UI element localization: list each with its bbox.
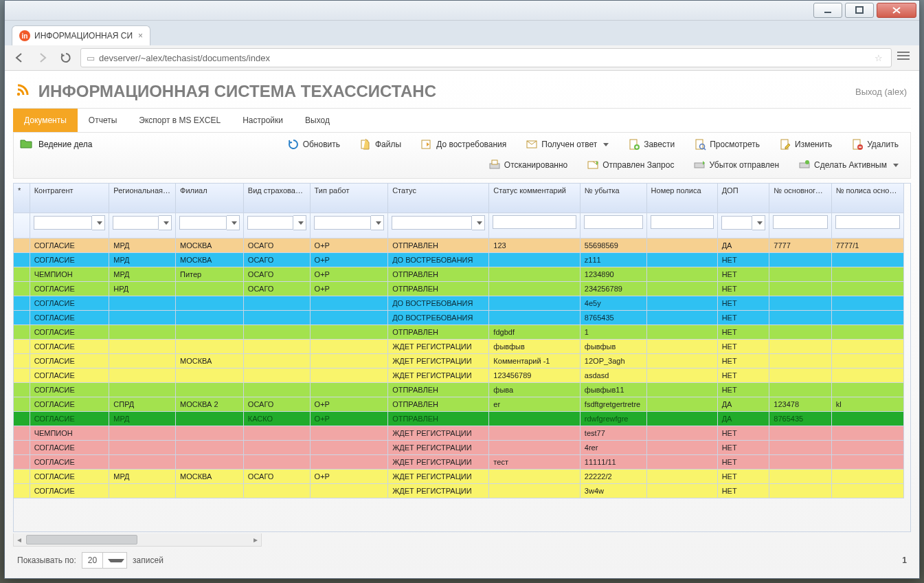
browser-tab[interactable]: in ИНФОРМАЦИОННАЯ СИ × xyxy=(12,25,150,45)
menu-item-1[interactable]: Отчеты xyxy=(78,109,128,132)
table-row[interactable]: ЧЕМПИОНЖДЕТ РЕГИСТРАЦИИtest77НЕТ xyxy=(14,426,904,441)
col-header-regdir[interactable]: Региональная дирекция xyxy=(109,184,176,213)
filter-input-kontragent[interactable] xyxy=(34,216,93,230)
cell-filial: МОСКВА xyxy=(176,470,244,484)
cell-filial xyxy=(176,383,244,397)
filter-dropdown-dop[interactable] xyxy=(752,215,765,230)
toolbtn-files[interactable]: Файлы xyxy=(353,135,407,153)
col-header-comment[interactable]: Статус комментарий xyxy=(489,184,580,213)
cell-polis xyxy=(646,441,717,455)
table-row[interactable]: СОГЛАСИЕЖДЕТ РЕГИСТРАЦИИ4rerНЕТ xyxy=(14,441,904,455)
col-header-filial[interactable]: Филиал xyxy=(176,184,244,213)
filter-dropdown-filial[interactable] xyxy=(227,215,240,230)
table-row[interactable]: СОГЛАСИЕМРДКАСКОО+РОТПРАВЛЕНrdwfgrewfgre… xyxy=(14,412,904,426)
window-minimize-button[interactable] xyxy=(813,3,842,18)
toolbtn-edit[interactable]: Изменить xyxy=(773,135,838,153)
menu-item-3[interactable]: Настройки xyxy=(232,109,294,132)
table-row[interactable]: СОГЛАСИЕЖДЕТ РЕГИСТРАЦИИфывфывфывфывНЕТ xyxy=(14,340,904,354)
per-page-select[interactable]: 20 xyxy=(82,552,127,569)
cell-filial xyxy=(176,441,244,455)
bookmark-star-icon[interactable]: ☆ xyxy=(875,53,883,63)
col-header-npolmain[interactable]: № полиса основного убытка xyxy=(831,184,903,213)
data-grid[interactable]: *КонтрагентРегиональная дирекцияФилиалВи… xyxy=(13,183,911,532)
filter-input-nmain[interactable] xyxy=(773,215,827,229)
scanned-icon xyxy=(488,159,501,171)
window-maximize-button[interactable] xyxy=(845,3,874,18)
col-header-polis[interactable]: Номер полиса xyxy=(646,184,717,213)
horizontal-scrollbar[interactable]: ◂ ▸ xyxy=(13,534,262,547)
cell-npolmain xyxy=(831,267,903,282)
svg-rect-18 xyxy=(588,162,598,168)
menu-item-2[interactable]: Экспорт в MS EXCEL xyxy=(128,109,232,132)
logout-link[interactable]: Выход (alex) xyxy=(855,87,907,97)
toolbtn-demand[interactable]: До востребования xyxy=(414,135,512,153)
filter-input-regdir[interactable] xyxy=(113,216,159,230)
demand-icon xyxy=(420,138,433,151)
col-header-vid[interactable]: Вид страхования xyxy=(243,184,310,213)
tab-close-icon[interactable]: × xyxy=(138,31,143,41)
table-row[interactable]: СОГЛАСИЕМРДМОСКВАОСАГОО+РОТПРАВЛЕН123556… xyxy=(14,239,904,253)
window-close-button[interactable] xyxy=(877,3,916,18)
col-header-dop[interactable]: ДОП xyxy=(717,184,769,213)
filter-input-nub[interactable] xyxy=(584,215,643,229)
toolbtn-activate[interactable]: Сделать Активным xyxy=(792,156,905,174)
filter-dropdown-regdir[interactable] xyxy=(159,215,172,230)
toolbtn-losssent[interactable]: Убыток отправлен xyxy=(687,156,785,174)
cell-status: ДО ВОСТРЕБОВАНИЯ xyxy=(388,311,489,325)
filter-dropdown-kontragent[interactable] xyxy=(92,215,105,230)
menu-item-4[interactable]: Выход xyxy=(294,109,341,132)
filter-input-dop[interactable] xyxy=(721,216,753,230)
cell-polis xyxy=(646,311,717,325)
toolbtn-delete[interactable]: Удалить xyxy=(845,135,905,153)
cell-nmain xyxy=(769,340,831,354)
cell-npolmain xyxy=(831,455,903,470)
cell-npolmain xyxy=(831,340,903,354)
nav-forward-button[interactable] xyxy=(34,49,52,67)
table-row[interactable]: СОГЛАСИЕОТПРАВЛЕНfdgbdf1НЕТ xyxy=(14,325,904,340)
table-row[interactable]: СОГЛАСИЕДО ВОСТРЕБОВАНИЯ8765435НЕТ xyxy=(14,311,904,325)
toolbtn-create[interactable]: Завести xyxy=(622,135,681,153)
cell-kontragent: СОГЛАСИЕ xyxy=(30,470,109,484)
nav-back-button[interactable] xyxy=(10,49,28,67)
col-header-status[interactable]: Статус xyxy=(388,184,489,213)
table-row[interactable]: СОГЛАСИЕЖДЕТ РЕГИСТРАЦИИ3w4wНЕТ xyxy=(14,484,904,498)
table-row[interactable]: СОГЛАСИЕМРДМОСКВАОСАГОО+РДО ВОСТРЕБОВАНИ… xyxy=(14,253,904,267)
address-bar[interactable]: ▭ devserver/~alex/techasist/documents/in… xyxy=(80,48,892,67)
create-icon xyxy=(628,138,640,151)
filter-dropdown-vid[interactable] xyxy=(293,215,306,230)
filter-input-status[interactable] xyxy=(392,216,472,230)
col-header-kontragent[interactable]: Контрагент xyxy=(30,184,109,213)
cell-sel xyxy=(14,253,30,267)
cell-nub: 3w4w xyxy=(580,484,646,498)
toolbtn-view[interactable]: Просмотреть xyxy=(688,135,766,153)
col-header-tipr[interactable]: Тип работ xyxy=(310,184,388,213)
filter-input-tipr[interactable] xyxy=(314,216,372,230)
toolbtn-refresh[interactable]: Обновить xyxy=(281,135,346,153)
table-row[interactable]: СОГЛАСИЕЖДЕТ РЕГИСТРАЦИИ123456789asdasdН… xyxy=(14,368,904,383)
table-row[interactable]: СОГЛАСИЕОТПРАВЛЕНфывафывфыв11НЕТ xyxy=(14,383,904,397)
nav-reload-button[interactable] xyxy=(57,49,75,67)
browser-menu-button[interactable] xyxy=(897,51,914,65)
table-row[interactable]: СОГЛАСИЕДО ВОСТРЕБОВАНИЯ4e5yНЕТ xyxy=(14,296,904,311)
toolbtn-reqsent[interactable]: Отправлен Запрос xyxy=(581,156,680,174)
table-row[interactable]: СОГЛАСИЕМРДМОСКВАОСАГОО+РЖДЕТ РЕГИСТРАЦИ… xyxy=(14,470,904,484)
table-row[interactable]: СОГЛАСИЕЖДЕТ РЕГИСТРАЦИИтест11111/11НЕТ xyxy=(14,455,904,470)
filter-input-vid[interactable] xyxy=(247,216,293,230)
col-header-nub[interactable]: № убытка xyxy=(580,184,646,213)
table-row[interactable]: СОГЛАСИЕСПРДМОСКВА 2ОСАГОО+РОТПРАВЛЕНerf… xyxy=(14,397,904,412)
toolbtn-answered[interactable]: Получен ответ xyxy=(519,135,615,153)
filter-input-comment[interactable] xyxy=(493,215,576,229)
col-header-sel[interactable]: * xyxy=(14,184,30,213)
table-row[interactable]: ЧЕМПИОНМРДПитерОСАГОО+РОТПРАВЛЕН1234890Н… xyxy=(14,267,904,282)
table-row[interactable]: СОГЛАСИЕМОСКВАЖДЕТ РЕГИСТРАЦИИКомментари… xyxy=(14,354,904,368)
folder-icon xyxy=(19,138,33,152)
menu-item-0[interactable]: Документы xyxy=(13,109,78,132)
filter-dropdown-tipr[interactable] xyxy=(371,215,384,230)
filter-input-filial[interactable] xyxy=(179,216,227,230)
filter-input-polis[interactable] xyxy=(651,215,714,229)
table-row[interactable]: СОГЛАСИЕНРДОСАГОО+РОТПРАВЛЕН234256789НЕТ xyxy=(14,282,904,296)
toolbtn-scanned[interactable]: Отсканированно xyxy=(482,156,574,174)
filter-input-npolmain[interactable] xyxy=(835,215,900,229)
filter-dropdown-status[interactable] xyxy=(472,215,485,230)
col-header-nmain[interactable]: № основного убытка xyxy=(769,184,831,213)
